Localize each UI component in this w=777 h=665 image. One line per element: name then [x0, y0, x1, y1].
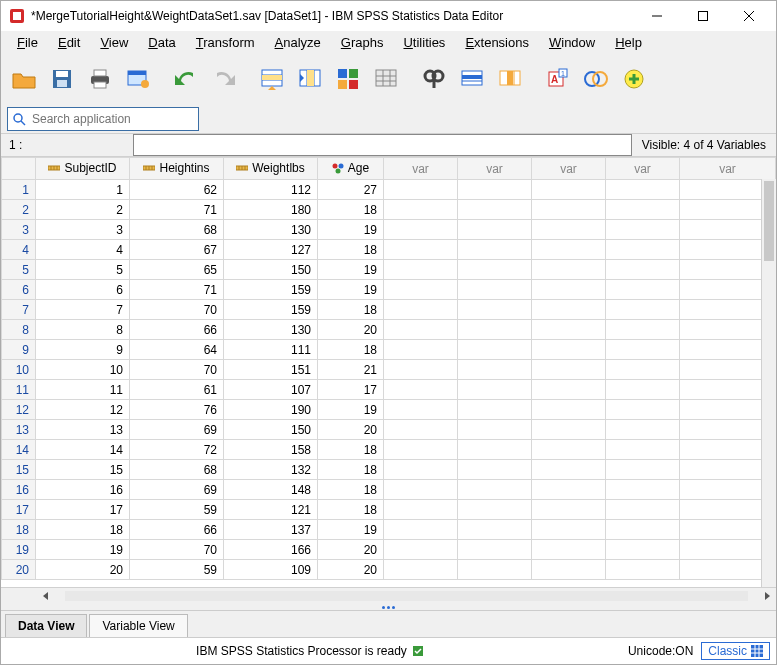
cell[interactable]: 68 [130, 460, 224, 480]
cell[interactable]: 4 [36, 240, 130, 260]
cell[interactable] [384, 240, 458, 260]
cell[interactable] [384, 300, 458, 320]
scroll-left-icon[interactable] [41, 591, 51, 601]
cell[interactable] [606, 400, 680, 420]
cell[interactable]: 180 [224, 200, 318, 220]
cell[interactable] [532, 400, 606, 420]
cell[interactable] [458, 500, 532, 520]
cell[interactable]: 130 [224, 320, 318, 340]
save-icon[interactable] [45, 62, 79, 96]
row-header[interactable]: 18 [2, 520, 36, 540]
cell[interactable] [606, 520, 680, 540]
row-header[interactable]: 17 [2, 500, 36, 520]
cell[interactable] [606, 180, 680, 200]
table-row[interactable]: 14147215818 [2, 440, 776, 460]
variables-icon[interactable] [331, 62, 365, 96]
cell[interactable]: 72 [130, 440, 224, 460]
cell[interactable] [532, 280, 606, 300]
cell[interactable]: 148 [224, 480, 318, 500]
undo-icon[interactable] [169, 62, 203, 96]
cell[interactable]: 18 [318, 340, 384, 360]
search-box[interactable] [7, 107, 199, 131]
table-row[interactable]: 11116110717 [2, 380, 776, 400]
minimize-button[interactable] [634, 1, 680, 31]
cell[interactable]: 107 [224, 380, 318, 400]
cell[interactable]: 71 [130, 280, 224, 300]
cell[interactable] [532, 200, 606, 220]
cell[interactable]: 66 [130, 320, 224, 340]
row-header[interactable]: 5 [2, 260, 36, 280]
cell[interactable] [458, 320, 532, 340]
table-row[interactable]: 667115919 [2, 280, 776, 300]
menu-graphs[interactable]: Graphs [331, 33, 394, 52]
cell[interactable]: 17 [318, 380, 384, 400]
row-header[interactable]: 20 [2, 560, 36, 580]
table-row[interactable]: 10107015121 [2, 360, 776, 380]
cell[interactable] [532, 440, 606, 460]
cell[interactable] [384, 180, 458, 200]
menu-utilities[interactable]: Utilities [393, 33, 455, 52]
cell[interactable]: 11 [36, 380, 130, 400]
cell[interactable] [532, 420, 606, 440]
data-grid[interactable]: SubjectID Heightins Weightlbs Age var va… [1, 157, 776, 580]
table-row[interactable]: 15156813218 [2, 460, 776, 480]
cell[interactable]: 112 [224, 180, 318, 200]
cell[interactable]: 64 [130, 340, 224, 360]
cell[interactable] [606, 480, 680, 500]
cell[interactable] [384, 420, 458, 440]
cell[interactable]: 166 [224, 540, 318, 560]
tab-variable-view[interactable]: Variable View [89, 614, 187, 637]
menu-data[interactable]: Data [138, 33, 185, 52]
cell[interactable] [606, 540, 680, 560]
cell[interactable] [458, 400, 532, 420]
row-header[interactable]: 14 [2, 440, 36, 460]
cell[interactable] [532, 460, 606, 480]
cell[interactable]: 59 [130, 500, 224, 520]
cell[interactable] [458, 460, 532, 480]
cell[interactable]: 132 [224, 460, 318, 480]
cell[interactable]: 159 [224, 300, 318, 320]
cell[interactable]: 20 [318, 420, 384, 440]
cell[interactable] [384, 560, 458, 580]
table-row[interactable]: 20205910920 [2, 560, 776, 580]
cell[interactable]: 19 [36, 540, 130, 560]
cell[interactable] [458, 340, 532, 360]
cell[interactable] [532, 320, 606, 340]
cell[interactable] [532, 260, 606, 280]
cell[interactable] [384, 320, 458, 340]
cell[interactable]: 76 [130, 400, 224, 420]
cell[interactable] [532, 220, 606, 240]
cell-value-input[interactable] [133, 134, 632, 156]
cell[interactable] [532, 340, 606, 360]
table-row[interactable]: 116211227 [2, 180, 776, 200]
cell[interactable]: 61 [130, 380, 224, 400]
menu-analyze[interactable]: Analyze [265, 33, 331, 52]
insert-variable-icon[interactable] [493, 62, 527, 96]
cell[interactable] [384, 540, 458, 560]
cell[interactable]: 18 [318, 480, 384, 500]
cell[interactable]: 18 [318, 200, 384, 220]
cell[interactable]: 68 [130, 220, 224, 240]
column-header-var[interactable]: var [384, 158, 458, 180]
cell[interactable] [606, 320, 680, 340]
print-icon[interactable] [83, 62, 117, 96]
cell[interactable]: 137 [224, 520, 318, 540]
cell[interactable] [458, 260, 532, 280]
weight-cases-icon[interactable] [579, 62, 613, 96]
cell[interactable] [532, 480, 606, 500]
cell[interactable]: 20 [36, 560, 130, 580]
table-row[interactable]: 336813019 [2, 220, 776, 240]
goto-variable-icon[interactable] [293, 62, 327, 96]
cell[interactable] [458, 440, 532, 460]
column-header-var[interactable]: var [680, 158, 776, 180]
recall-dialog-icon[interactable] [121, 62, 155, 96]
cell[interactable] [458, 540, 532, 560]
cell[interactable]: 16 [36, 480, 130, 500]
cell[interactable]: 121 [224, 500, 318, 520]
cell[interactable] [384, 260, 458, 280]
cell[interactable] [606, 200, 680, 220]
table-row[interactable]: 886613020 [2, 320, 776, 340]
table-row[interactable]: 227118018 [2, 200, 776, 220]
mode-indicator[interactable]: Classic [701, 642, 770, 660]
cell[interactable]: 151 [224, 360, 318, 380]
